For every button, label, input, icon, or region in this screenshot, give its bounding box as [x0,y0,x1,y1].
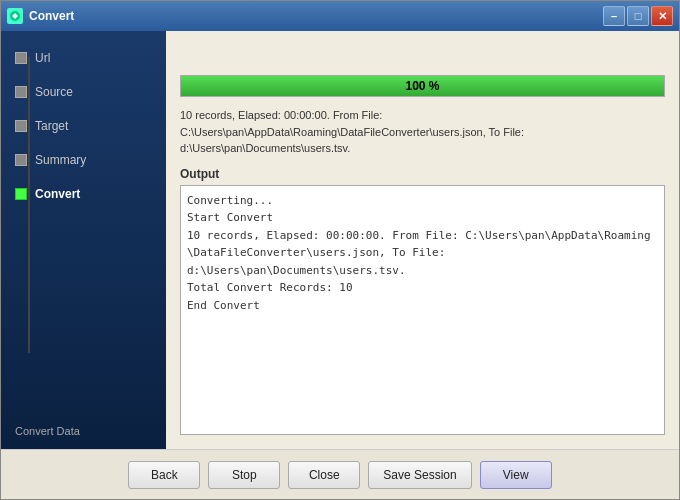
sidebar-item-convert[interactable]: Convert [1,177,166,211]
progress-bar-container: 100 % [180,75,665,97]
window-title: Convert [29,9,74,23]
sidebar-item-source[interactable]: Source [1,75,166,109]
button-bar: Back Stop Close Save Session View [1,449,679,499]
sidebar-label-source: Source [35,85,73,99]
sidebar-footer: Convert Data [1,413,166,449]
sidebar: Url Source Target Summary Convert [1,31,166,449]
content-area: Url Source Target Summary Convert [1,31,679,449]
sidebar-dot-target [15,120,27,132]
progress-label: 100 % [405,79,439,93]
output-line: Total Convert Records: 10 [187,279,658,297]
output-line: \DataFileConverter\users.json, To File: … [187,244,658,279]
output-section: Output Converting...Start Convert10 reco… [180,167,665,436]
sidebar-items-wrapper: Url Source Target Summary Convert [1,41,166,413]
main-panel: 100 % 10 records, Elapsed: 00:00:00. Fro… [166,31,679,449]
sidebar-dot-url [15,52,27,64]
sidebar-label-target: Target [35,119,68,133]
output-line: End Convert [187,297,658,315]
title-bar-buttons: – □ ✕ [603,6,673,26]
sidebar-item-url[interactable]: Url [1,41,166,75]
title-bar-left: Convert [7,8,74,24]
top-spacer [180,45,665,75]
sidebar-dot-convert [15,188,27,200]
output-line: 10 records, Elapsed: 00:00:00. From File… [187,227,658,245]
sidebar-item-target[interactable]: Target [1,109,166,143]
close-button[interactable]: Close [288,461,360,489]
status-line2: C:\Users\pan\AppData\Roaming\DataFileCon… [180,124,665,141]
title-bar: Convert – □ ✕ [1,1,679,31]
status-line1: 10 records, Elapsed: 00:00:00. From File… [180,107,665,124]
sidebar-label-summary: Summary [35,153,86,167]
sidebar-item-summary[interactable]: Summary [1,143,166,177]
sidebar-label-url: Url [35,51,50,65]
output-line: Start Convert [187,209,658,227]
close-window-button[interactable]: ✕ [651,6,673,26]
status-line3: d:\Users\pan\Documents\users.tsv. [180,140,665,157]
sidebar-footer-label: Convert Data [15,425,80,437]
output-label: Output [180,167,665,181]
sidebar-dot-summary [15,154,27,166]
output-box[interactable]: Converting...Start Convert10 records, El… [180,185,665,436]
app-icon [7,8,23,24]
sidebar-label-convert: Convert [35,187,80,201]
back-button[interactable]: Back [128,461,200,489]
save-session-button[interactable]: Save Session [368,461,471,489]
view-button[interactable]: View [480,461,552,489]
maximize-button[interactable]: □ [627,6,649,26]
status-text: 10 records, Elapsed: 00:00:00. From File… [180,107,665,157]
main-window: Convert – □ ✕ Url Source [0,0,680,500]
sidebar-dot-source [15,86,27,98]
minimize-button[interactable]: – [603,6,625,26]
stop-button[interactable]: Stop [208,461,280,489]
output-line: Converting... [187,192,658,210]
